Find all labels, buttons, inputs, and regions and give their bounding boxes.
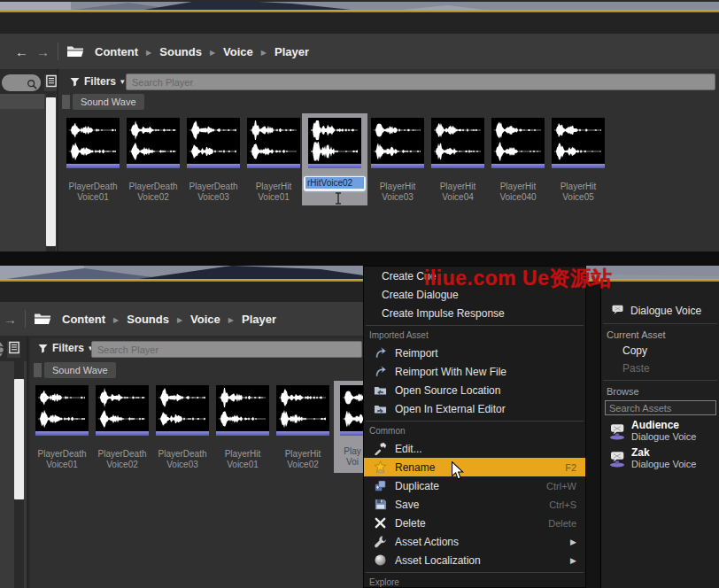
paste-menu-item[interactable]: Paste: [601, 360, 719, 377]
menu-item-label: Delete: [395, 517, 426, 530]
menu-item-reimport-with-new-file[interactable]: Reimport With New File: [364, 362, 585, 381]
menu-item-label: Create Impulse Response: [382, 307, 505, 320]
dialogue-voice-icon: [608, 450, 626, 468]
breadcrumb-item-player[interactable]: Player: [274, 45, 309, 58]
sources-panel-toggle[interactable]: [7, 341, 20, 358]
content-browser-panel-top: ← → Content▶Sounds▶Voice▶Player: [0, 0, 719, 251]
menu-item-open-in-external-editor[interactable]: Open In External Editor: [364, 399, 585, 418]
asset-type-color-bar: [491, 164, 545, 168]
asset-tile[interactable]: PlayerDeathVoice02: [96, 385, 149, 436]
asset-tile[interactable]: PlayerDeathVoice01: [35, 385, 89, 436]
asset-label: PlayerDeathVoice03: [180, 182, 247, 203]
asset-type-color-bar: [308, 164, 361, 168]
menu-item-label: Open Source Location: [395, 384, 500, 397]
chevron-down-icon: ▾: [120, 77, 125, 86]
picker-asset-audience[interactable]: AudienceDialogue Voice: [601, 417, 719, 445]
filter-chip-sound-wave[interactable]: Sound Wave: [73, 94, 144, 110]
magnifier-icon: [0, 344, 7, 360]
mouse-cursor: [452, 461, 464, 480]
breadcrumb-item-player[interactable]: Player: [242, 313, 276, 326]
asset-label: PlayerDeathVoice02: [120, 182, 187, 203]
picker-asset-text: ZakDialogue Voice: [631, 446, 696, 470]
sources-search-input[interactable]: [2, 74, 41, 91]
asset-type-color-bar: [96, 431, 149, 436]
breadcrumb-item-sounds[interactable]: Sounds: [159, 45, 202, 58]
list-view-icon: [46, 74, 57, 91]
delete-icon: [373, 516, 388, 530]
asset-tile[interactable]: PlayerHitVoice01: [216, 385, 269, 436]
menu-shortcut: Ctrl+W: [546, 481, 576, 491]
menu-item-edit[interactable]: Edit...: [364, 439, 585, 458]
picker-asset-text: AudienceDialogue Voice: [631, 419, 696, 443]
asset-label: PlayerHitVoice01: [209, 449, 276, 470]
menu-item-open-source-location[interactable]: Open Source Location: [364, 381, 585, 399]
forward-button[interactable]: →: [4, 312, 17, 327]
breadcrumb-separator-icon: ▶: [146, 49, 151, 57]
asset-tile[interactable]: PlayerHitVoice04: [431, 118, 484, 168]
rename-input[interactable]: rHitVoice02: [304, 176, 366, 191]
funnel-icon: [70, 77, 80, 87]
copy-menu-item[interactable]: Copy: [601, 342, 719, 360]
search-assets-input[interactable]: [605, 400, 716, 415]
submenu-arrow-icon: ▶: [570, 556, 576, 565]
asset-tile[interactable]: PlayerDeathVoice03: [187, 118, 240, 168]
filter-chip-sound-wave[interactable]: Sound Wave: [44, 362, 116, 378]
asset-tile[interactable]: PlayerHitVoice05: [552, 118, 605, 168]
asset-tile[interactable]: PlayerDeathVoice02: [127, 118, 180, 168]
menu-shadow-gap: [586, 282, 600, 588]
asset-tile[interactable]: PlayerHitVoice01: [247, 118, 300, 168]
asset-tile[interactable]: PlayerDeathVoice03: [156, 385, 209, 436]
menu-item-asset-localization[interactable]: Asset Localization▶: [364, 551, 585, 569]
asset-tile-renaming[interactable]: rHitVoice02: [302, 113, 367, 205]
asset-tile[interactable]: PlayerHitVoice040: [491, 118, 545, 168]
list-view-icon: [9, 341, 19, 358]
asset-tile[interactable]: PlayerHitVoice02: [276, 385, 329, 436]
asset-type-color-bar: [247, 164, 300, 168]
sources-panel-toggle[interactable]: [44, 74, 58, 91]
breadcrumb-item-content[interactable]: Content: [62, 313, 105, 326]
menu-item-delete[interactable]: DeleteDelete: [364, 514, 585, 532]
filters-button[interactable]: Filters ▾: [70, 75, 125, 88]
asset-type-color-bar: [216, 431, 269, 436]
dialogue-voice-icon: [608, 422, 626, 440]
menu-item-label: Reimport: [395, 347, 438, 360]
asset-type-color-bar: [127, 164, 180, 168]
asset-label: PlayerHitVoice02: [269, 449, 336, 470]
menu-item-rename[interactable]: RenameF2: [364, 458, 585, 476]
duplicate-icon: [373, 479, 388, 493]
forward-button[interactable]: →: [36, 44, 50, 59]
breadcrumb-item-voice[interactable]: Voice: [190, 313, 220, 326]
menu-shortcut: F2: [565, 462, 576, 473]
menu-item-asset-actions[interactable]: Asset Actions▶: [364, 532, 585, 551]
menu-item-create-impulse-response[interactable]: Create Impulse Response: [364, 304, 585, 322]
save-icon: [373, 498, 388, 512]
asset-type-color-bar: [371, 164, 424, 168]
menu-item-reimport[interactable]: Reimport: [364, 344, 585, 362]
search-player-input[interactable]: [91, 341, 362, 358]
breadcrumb-item-content[interactable]: Content: [95, 45, 138, 58]
search-player-input[interactable]: [126, 74, 715, 90]
asset-label: PlayerHitVoice01: [240, 182, 307, 203]
sound-wave-thumbnail: [552, 118, 605, 164]
filter-chip-swatch: [62, 95, 70, 109]
asset-label: PlayerDeathVoice01: [59, 182, 127, 203]
menu-item-save[interactable]: SaveCtrl+S: [364, 495, 585, 514]
breadcrumb-item-sounds[interactable]: Sounds: [127, 313, 169, 326]
asset-tile[interactable]: PlayerHitVoice03: [371, 118, 424, 168]
breadcrumb-item-voice[interactable]: Voice: [223, 45, 253, 58]
asset-label: PlayerDeathVoice01: [28, 449, 96, 470]
back-button[interactable]: ←: [15, 44, 28, 59]
picker-asset-zak[interactable]: ZakDialogue Voice: [601, 445, 719, 472]
asset-tile[interactable]: PlayerDeathVoice01: [66, 118, 120, 168]
browse-section-label: Browse: [601, 383, 719, 398]
asset-type-color-bar: [276, 431, 329, 436]
sources-tree-selected-row[interactable]: [0, 94, 44, 109]
breadcrumb-separator-icon: ▶: [261, 49, 267, 57]
wrench-icon: [373, 535, 388, 549]
menu-item-label: Save: [395, 499, 419, 511]
edit-icon: [373, 442, 388, 456]
asset-type-color-bar: [431, 164, 484, 168]
filters-button[interactable]: Filters ▾: [38, 342, 93, 354]
menu-item-duplicate[interactable]: DuplicateCtrl+W: [364, 476, 585, 495]
asset-type-color-bar: [35, 431, 89, 436]
